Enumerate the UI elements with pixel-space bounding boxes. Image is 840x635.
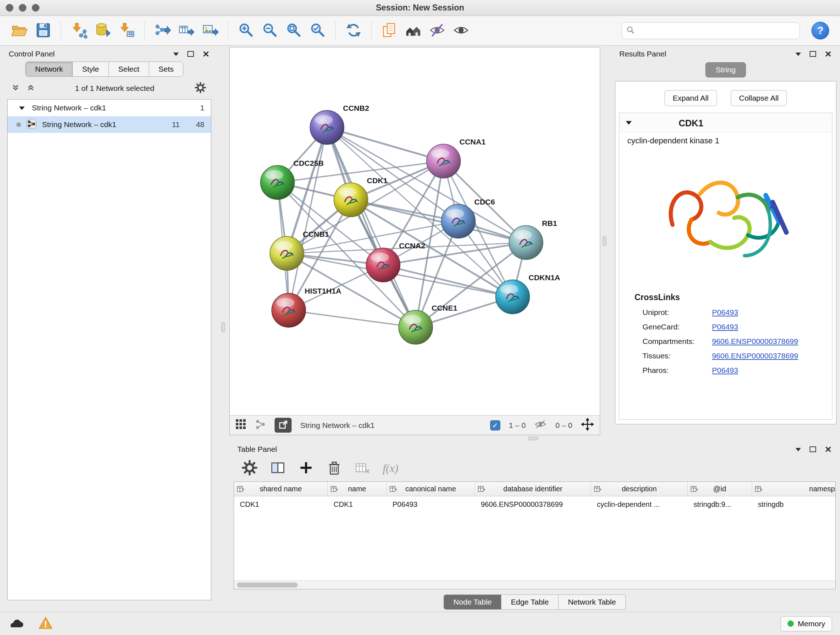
column-label[interactable]: shared name [260,485,302,493]
export-image-button[interactable] [200,19,221,42]
minimize-window-button[interactable] [19,4,27,11]
gear-icon[interactable] [195,82,206,95]
panel-menu-icon[interactable] [796,445,801,454]
export-network-button[interactable] [152,19,173,42]
network-node-CDC6[interactable] [441,204,475,238]
add-column-plus-icon[interactable] [298,460,314,477]
cell-name[interactable]: CDK1 [328,496,387,512]
tab-string[interactable]: String [706,62,746,78]
tab-sets[interactable]: Sets [149,62,183,76]
network-row-selected[interactable]: String Network – cdk1 11 48 [8,116,211,133]
network-node-CCNE1[interactable] [399,310,433,344]
function-builder-button[interactable]: f(x) [383,462,398,475]
column-label[interactable]: name [348,485,366,493]
tab-network[interactable]: Network [26,62,73,76]
network-node-CDKN1A[interactable] [496,280,530,314]
network-node-HIST1H1A[interactable] [272,293,306,327]
float-panel-icon[interactable] [187,51,194,57]
crosslink-link[interactable]: P06493 [712,366,738,375]
panel-menu-icon[interactable] [173,50,179,58]
network-node-RB1[interactable] [509,226,543,260]
close-panel-icon[interactable]: × [202,49,209,59]
cell-canonical-name[interactable]: P06493 [387,496,475,512]
crosslink-link[interactable]: 9606.ENSP00000378699 [712,337,798,346]
float-panel-icon[interactable] [810,447,816,452]
show-all-button[interactable] [450,19,471,42]
export-table-button[interactable] [176,19,197,42]
tab-style[interactable]: Style [73,62,109,76]
hidden-eye-icon[interactable] [534,420,546,431]
splitter-handle-right[interactable] [603,236,606,246]
memory-button[interactable]: Memory [781,616,832,631]
import-network-file-button[interactable] [68,19,89,42]
refresh-view-button[interactable] [343,19,364,42]
horizontal-scrollbar[interactable] [234,580,835,589]
help-button[interactable]: ? [812,22,829,40]
hide-selected-button[interactable] [426,19,447,42]
delete-column-trash-icon[interactable] [326,460,342,477]
table-settings-gear-icon[interactable] [242,460,257,477]
network-node-CCNA1[interactable] [426,144,461,178]
cell-database-identifier[interactable]: 9606.ENSP00000378699 [475,496,591,512]
network-edge[interactable] [327,127,444,161]
tab-node-table[interactable]: Node Table [444,594,501,610]
open-in-new-window-button[interactable] [275,418,292,432]
network-collection-row[interactable]: String Network – cdk1 1 [8,100,211,116]
grid-view-icon[interactable] [235,419,246,432]
cell-namespace[interactable]: stringdb [752,496,836,512]
zoom-in-button[interactable] [235,19,256,42]
search-box[interactable] [622,22,800,39]
network-canvas[interactable]: CCNB2CCNA1CDC25BCDK1CDC6RB1CCNB1CCNA2CDK… [230,48,600,415]
cloud-button[interactable] [8,617,24,630]
table-row[interactable]: CDK1 CDK1 P06493 9606.ENSP00000378699 cy… [234,496,836,512]
crosslink-link[interactable]: 9606.ENSP00000378699 [712,352,798,360]
save-session-button[interactable] [33,19,54,42]
collapse-icon[interactable] [19,103,25,112]
network-edge[interactable] [289,127,327,310]
splitter-handle-left[interactable] [221,322,225,333]
close-panel-icon[interactable]: × [825,444,831,455]
open-session-button[interactable] [9,19,30,42]
show-columns-icon[interactable] [270,460,286,477]
copy-documents-button[interactable] [379,19,400,42]
column-label[interactable]: description [622,485,657,493]
network-overview-icon[interactable] [255,419,266,432]
collapse-all-button[interactable]: Collapse All [731,90,787,106]
import-network-database-button[interactable] [92,19,113,42]
tab-network-table[interactable]: Network Table [559,594,626,610]
zoom-out-button[interactable] [259,19,280,42]
node-table[interactable]: shared name name canonical name database… [234,481,836,589]
warning-button[interactable] [38,616,53,631]
maximize-window-button[interactable] [32,4,39,11]
network-node-CDK1[interactable] [334,183,368,217]
collapse-icon[interactable] [626,120,632,127]
network-node-CCNA2[interactable] [366,248,400,282]
expand-all-button[interactable]: Expand All [665,90,717,106]
panel-menu-icon[interactable] [796,50,801,58]
network-edge[interactable] [289,310,416,327]
tab-edge-table[interactable]: Edge Table [501,594,559,610]
crosslink-link[interactable]: P06493 [712,323,738,331]
expand-all-icon[interactable] [27,84,35,93]
network-node-CDC25B[interactable] [261,165,294,200]
import-table-button[interactable] [116,19,137,42]
column-label[interactable]: database identifier [503,485,562,493]
home-button[interactable] [403,19,424,42]
network-node-CCNB2[interactable] [310,111,344,144]
network-edge[interactable] [327,127,416,327]
cell-shared-name[interactable]: CDK1 [234,496,328,512]
close-window-button[interactable] [6,4,13,11]
scrollbar-thumb[interactable] [237,583,298,587]
pan-move-icon[interactable] [581,418,594,432]
cell-description[interactable]: cyclin-dependent ... [591,496,688,512]
float-panel-icon[interactable] [810,51,816,57]
network-node-CCNB1[interactable] [270,236,304,271]
tab-select[interactable]: Select [109,62,149,76]
selected-checkbox-icon[interactable]: ✓ [490,420,500,431]
delete-table-icon[interactable] [355,460,370,477]
collapse-all-icon[interactable] [11,84,19,93]
zoom-selected-button[interactable] [307,19,328,42]
fit-content-button[interactable] [283,19,304,42]
column-label[interactable]: @id [714,485,726,493]
search-input[interactable] [638,27,795,35]
